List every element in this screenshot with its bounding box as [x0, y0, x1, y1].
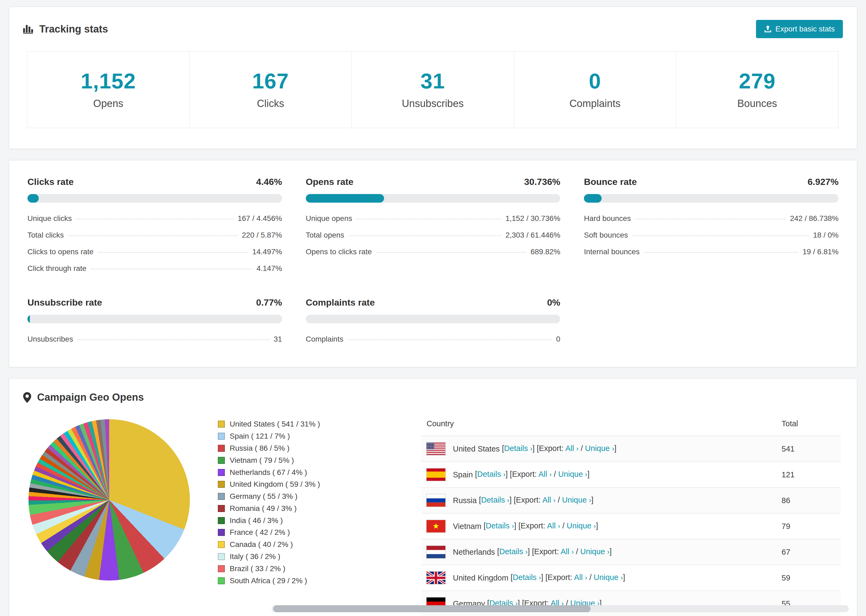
stat-label: Opens — [27, 98, 189, 109]
bracket-close: ] — [509, 496, 512, 504]
legend-swatch — [218, 469, 225, 476]
horizontal-scrollbar-track[interactable] — [272, 605, 849, 612]
rate-progress-bar — [306, 315, 561, 323]
export-unique-link[interactable]: Unique › — [580, 547, 610, 556]
table-row: United States [Details ›] [Export: All ›… — [421, 436, 841, 462]
bracket-close: ] — [614, 444, 616, 453]
bracket-close: ] — [532, 444, 535, 453]
rate-title: Opens rate — [306, 177, 354, 187]
rate-title: Clicks rate — [27, 177, 74, 187]
export-all-link[interactable]: All › — [561, 547, 574, 556]
rate-panel: Opens rate 30.736% Unique opens 1,152 / … — [306, 177, 561, 277]
legend-swatch — [218, 421, 225, 427]
bracket-open: [ — [518, 522, 521, 530]
legend-item: Spain ( 121 / 7% ) — [218, 430, 379, 442]
stat-value: 1,152 — [27, 69, 189, 94]
export-unique-link[interactable]: Unique › — [567, 522, 596, 530]
table-row: Vietnam [Details ›] [Export: All › / Uni… — [421, 513, 841, 539]
rate-rows: Unsubscribes 31 — [27, 331, 282, 347]
details-link[interactable]: Details › — [499, 547, 527, 556]
dotted-leader — [77, 339, 269, 340]
dotted-leader — [91, 269, 252, 269]
geo-table-header-row: Country Total — [421, 412, 841, 436]
country-total: 121 — [776, 462, 841, 487]
rate-metric-row: Internal bounces 19 / 6.81% — [584, 244, 839, 260]
export-label: Export: — [516, 496, 540, 504]
export-unique-link[interactable]: Unique › — [562, 496, 591, 504]
bracket-close: ] — [527, 547, 530, 556]
legend-label: France ( 42 / 2% ) — [230, 528, 290, 537]
export-all-link[interactable]: All › — [574, 573, 587, 581]
country-cell: Russia [Details ›] [Export: All › / Uniq… — [421, 487, 776, 513]
tracking-stats-title-text: Tracking stats — [39, 24, 108, 35]
legend-item: Vietnam ( 79 / 5% ) — [218, 454, 379, 466]
bracket-open: [ — [532, 547, 534, 556]
export-all-link[interactable]: All › — [538, 470, 552, 478]
export-all-link[interactable]: All › — [542, 496, 556, 504]
bracket-close: ] — [541, 573, 543, 581]
metric-label: Click through rate — [27, 264, 86, 273]
pie-legend: United States ( 541 / 31% ) Spain ( 121 … — [218, 418, 379, 587]
export-unique-link[interactable]: Unique › — [558, 470, 587, 478]
rate-metric-row: Hard bounces 242 / 86.738% — [584, 210, 839, 227]
bracket-close: ] — [596, 522, 598, 530]
legend-label: United Kingdom ( 59 / 3% ) — [230, 480, 320, 489]
legend-item: Russia ( 86 / 5% ) — [218, 442, 379, 454]
stat-label: Clicks — [190, 98, 351, 109]
rate-rows: Hard bounces 242 / 86.738% Soft bounces … — [584, 210, 839, 260]
export-all-link[interactable]: All › — [547, 522, 560, 530]
bracket-open: [ — [510, 470, 512, 478]
slash-separator: / — [562, 522, 565, 530]
link-chevron: › — [507, 496, 510, 504]
rate-progress-fill — [584, 194, 601, 203]
table-row: Russia [Details ›] [Export: All › / Uniq… — [421, 487, 841, 513]
metric-value: 19 / 6.81% — [803, 248, 839, 256]
export-basic-stats-button[interactable]: Export basic stats — [756, 20, 843, 38]
export-label: Export: — [512, 470, 537, 478]
rate-panel: Bounce rate 6.927% Hard bounces 242 / 86… — [584, 177, 839, 277]
export-label: Export: — [548, 573, 572, 581]
table-row: Netherlands [Details ›] [Export: All › /… — [421, 539, 841, 565]
metric-label: Clicks to opens rate — [27, 248, 94, 256]
tracking-stats-title: Tracking stats — [23, 24, 108, 35]
country-name: United Kingdom — [453, 574, 508, 582]
details-link[interactable]: Details › — [481, 496, 509, 504]
export-button-label: Export basic stats — [775, 25, 835, 33]
legend-swatch — [218, 577, 225, 584]
metric-value: 689.82% — [531, 248, 561, 256]
link-chevron: › — [503, 470, 505, 478]
legend-label: Netherlands ( 67 / 4% ) — [230, 468, 307, 477]
details-link[interactable]: Details › — [513, 573, 541, 581]
export-label: Export: — [521, 522, 545, 530]
metric-label: Unsubscribes — [27, 335, 73, 344]
dotted-leader — [356, 219, 501, 219]
export-unique-link[interactable]: Unique › — [585, 444, 614, 453]
rate-title-row: Complaints rate 0% — [306, 297, 561, 308]
rate-progress-bar — [27, 194, 282, 203]
rate-metric-row: Unique clicks 167 / 4.456% — [27, 210, 282, 227]
link-chevron: › — [607, 548, 610, 556]
details-link[interactable]: Details › — [477, 470, 505, 478]
details-link[interactable]: Details › — [504, 444, 532, 453]
tracking-stats-card: Tracking stats Export basic stats 1,152 … — [9, 6, 857, 149]
metric-value: 14.497% — [252, 248, 282, 256]
slash-separator: / — [554, 470, 556, 478]
table-row: United Kingdom [Details ›] [Export: All … — [421, 565, 841, 591]
country-flag-icon — [427, 546, 446, 558]
legend-swatch — [218, 517, 225, 524]
country-cell: Spain [Details ›] [Export: All › / Uniqu… — [421, 462, 776, 487]
horizontal-scrollbar-thumb[interactable] — [273, 605, 590, 612]
geo-header: Campaign Geo Opens — [9, 379, 857, 409]
legend-swatch — [218, 565, 225, 572]
bracket-close: ] — [623, 573, 625, 581]
country-flag-icon — [427, 443, 446, 455]
legend-label: Brazil ( 33 / 2% ) — [230, 564, 285, 573]
country-total: 79 — [776, 513, 841, 539]
export-unique-link[interactable]: Unique › — [594, 573, 623, 581]
export-all-link[interactable]: All › — [565, 444, 578, 453]
export-label: Export: — [534, 547, 559, 556]
rate-title: Complaints rate — [306, 297, 375, 308]
details-link[interactable]: Details › — [486, 522, 514, 530]
stat-label: Complaints — [514, 98, 676, 109]
metric-value: 2,303 / 61.446% — [505, 231, 560, 239]
